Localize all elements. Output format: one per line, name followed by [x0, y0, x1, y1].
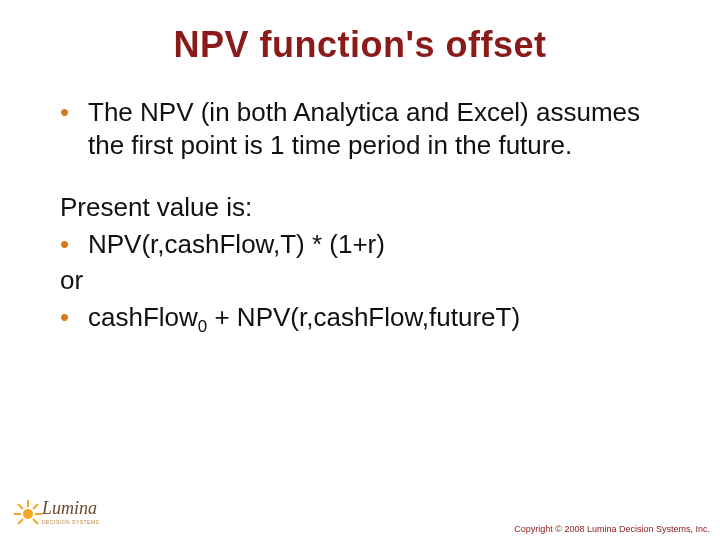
bullet-list-2: NPV(r,cashFlow,T) * (1+r): [60, 228, 660, 261]
plain-text-line: or: [60, 264, 660, 297]
slide-title: NPV function's offset: [0, 0, 720, 76]
logo-text: Lumina: [41, 498, 97, 518]
lumina-logo: Lumina DECISION SYSTEMS: [12, 484, 122, 532]
bullet-item: The NPV (in both Analytica and Excel) as…: [60, 96, 660, 161]
slide: NPV function's offset The NPV (in both A…: [0, 0, 720, 540]
svg-line-2: [33, 504, 38, 509]
plain-text-line: Present value is:: [60, 191, 660, 224]
svg-line-7: [18, 519, 23, 524]
bullet-item: NPV(r,cashFlow,T) * (1+r): [60, 228, 660, 261]
svg-line-4: [33, 519, 38, 524]
bullet-list-1: The NPV (in both Analytica and Excel) as…: [60, 96, 660, 161]
svg-line-5: [18, 504, 23, 509]
bullet-text: NPV(r,cashFlow,T) * (1+r): [88, 229, 385, 259]
slide-body: The NPV (in both Analytica and Excel) as…: [0, 76, 720, 333]
svg-point-0: [23, 509, 33, 519]
bullet-text: The NPV (in both Analytica and Excel) as…: [88, 97, 640, 160]
copyright-text: Copyright © 2008 Lumina Decision Systems…: [514, 524, 710, 534]
logo-subtext: DECISION SYSTEMS: [42, 519, 100, 525]
bullet-text: cashFlow0 + NPV(r,cashFlow,futureT): [88, 302, 520, 332]
bullet-item: cashFlow0 + NPV(r,cashFlow,futureT): [60, 301, 660, 334]
bullet-list-3: cashFlow0 + NPV(r,cashFlow,futureT): [60, 301, 660, 334]
